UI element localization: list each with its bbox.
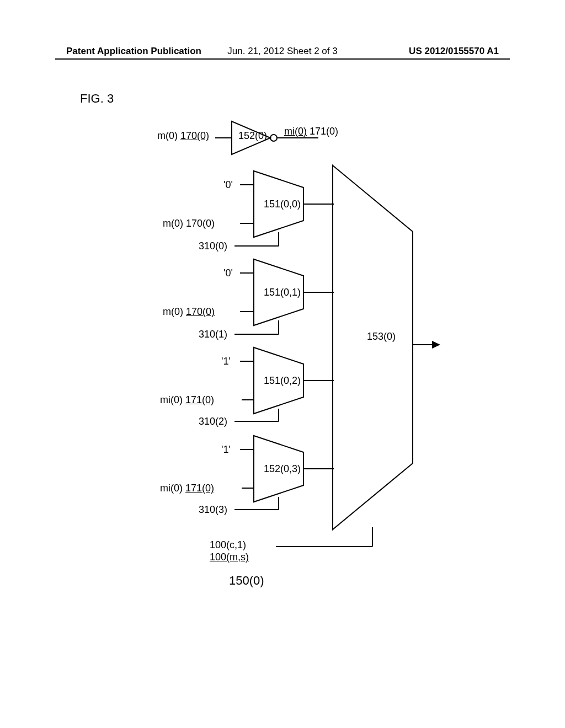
mux-1-select-label: 310(1) [199, 329, 227, 340]
mux-0-top-input: '0' [223, 179, 233, 191]
mux-3-bottom-input-line [242, 488, 254, 489]
mux-2-select-line [234, 409, 279, 425]
mux-3-top-input-line [240, 449, 254, 451]
mux-0-bottom-input-line [240, 223, 254, 224]
figure-label: FIG. 3 [80, 92, 114, 106]
circuit-diagram: 152(0) m(0) 170(0) mi(0) 171(0) 151(0,0)… [160, 121, 491, 607]
mux-2-block-label: 151(0,2) [264, 375, 301, 387]
mux-2-top-input: '1' [221, 356, 231, 367]
inverter-input-line [215, 138, 232, 139]
svg-marker-30 [432, 341, 440, 349]
bottom-ref-1: 100(c,1) [210, 539, 246, 551]
mux-3-top-input: '1' [221, 444, 231, 456]
mux-3-select-line [234, 497, 279, 513]
mux-0-select-line [234, 232, 279, 249]
big-combiner-select-line [276, 527, 372, 549]
inverter-output-label: mi(0) 171(0) [284, 126, 338, 137]
mux-0-select-label: 310(0) [199, 240, 227, 252]
mux-1-select-line [234, 320, 279, 337]
mux-1-top-input: '0' [223, 267, 233, 279]
bottom-ref-2: 100(m,s) [210, 552, 249, 563]
mux-3-bottom-input: mi(0) 171(0) [160, 483, 214, 494]
big-combiner-label: 153(0) [367, 331, 396, 342]
mux-3-output-line [303, 469, 334, 470]
mux-0-bottom-input: m(0) 170(0) [163, 218, 215, 229]
mux-2-select-label: 310(2) [199, 416, 227, 427]
mux-0-block-label: 151(0,0) [264, 199, 301, 210]
mux-1-block-label: 151(0,1) [264, 287, 301, 298]
mux-0-output-line [303, 204, 334, 205]
mux-1-top-input-line [240, 273, 254, 274]
mux-3-block-label: 152(0,3) [264, 463, 301, 475]
header-date-sheet: Jun. 21, 2012 Sheet 2 of 3 [227, 46, 337, 57]
svg-marker-28 [333, 165, 413, 529]
inverter-block-label: 152(0) [238, 130, 267, 142]
mux-1-bottom-input-line [240, 312, 254, 313]
main-block-label: 150(0) [229, 574, 264, 588]
mux-2-output-line [303, 381, 334, 382]
mux-2-top-input-line [240, 361, 254, 362]
header-patent-number: US 2012/0155570 A1 [409, 46, 499, 57]
header-publication: Patent Application Publication [66, 46, 201, 57]
mux-0-top-input-line [240, 185, 254, 186]
inverter-input-label: m(0) 170(0) [157, 130, 209, 142]
mux-2-bottom-input: mi(0) 171(0) [160, 394, 214, 406]
mux-1-output-line [303, 292, 334, 293]
mux-2-bottom-input-line [242, 400, 254, 401]
mux-1-bottom-input: m(0) 170(0) [163, 306, 215, 318]
output-arrow [413, 339, 440, 350]
mux-3-select-label: 310(3) [199, 504, 227, 516]
inverter-output-line [277, 138, 318, 139]
header-divider [55, 58, 510, 60]
big-combiner-symbol [333, 165, 413, 529]
